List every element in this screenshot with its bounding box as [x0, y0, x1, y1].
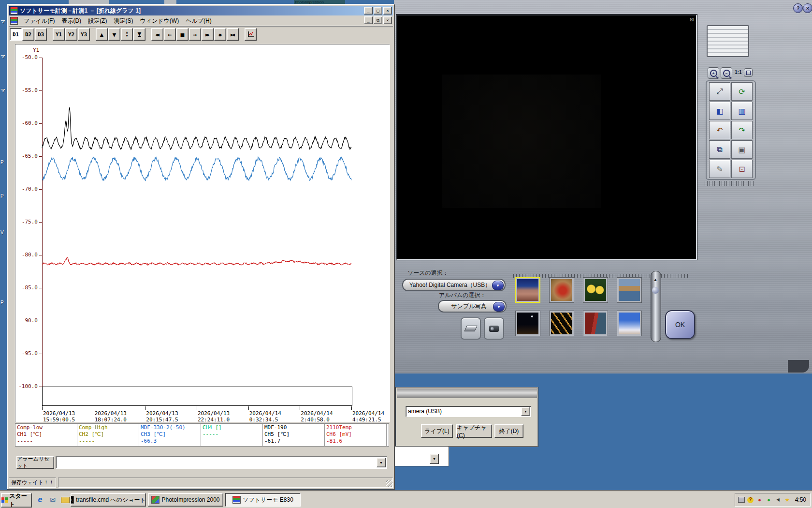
effects-tool-button[interactable]: ✎	[709, 160, 730, 178]
data-select-button-d1[interactable]: D1	[10, 28, 22, 41]
step-forward-button[interactable]: →	[189, 28, 201, 41]
camera-source-combobox[interactable]: amera (USB) ▼	[406, 406, 531, 417]
mdi-restore-button[interactable]: ⧉	[374, 16, 382, 24]
red-status-tray-icon[interactable]: ●	[756, 496, 763, 503]
fit-view-button[interactable]	[744, 68, 753, 77]
thumbnail-harbor-town[interactable]	[617, 277, 642, 303]
rotate-tool-button[interactable]: ⟳	[731, 82, 753, 101]
quicklaunch-ie-icon[interactable]: e	[35, 494, 45, 506]
scroll-range-box[interactable]	[42, 387, 352, 406]
desktop-icon-label[interactable]: V	[0, 230, 4, 235]
zoom-in-button[interactable]: +	[708, 67, 719, 79]
desktop-icon-label[interactable]: マ	[0, 18, 5, 25]
desktop-icon-label[interactable]: P	[0, 194, 4, 199]
menu-ヘルプ[interactable]: ヘルプ(H)	[182, 16, 215, 26]
scanner-source-button[interactable]	[461, 317, 481, 340]
alarm-combobox[interactable]: ▼	[56, 456, 387, 469]
volume-tray-icon[interactable]: ◀)	[775, 496, 782, 503]
quicklaunch-mail-icon[interactable]: ✉	[47, 494, 58, 506]
axis-select-button-y1[interactable]: Y1	[53, 28, 65, 41]
chevron-down-icon[interactable]: ▼	[492, 281, 504, 290]
exit-button[interactable]: 終了(D)	[494, 424, 523, 438]
thumbnail-yellow-flowers[interactable]	[583, 277, 608, 303]
desktop-icon-label[interactable]: マ	[0, 87, 5, 94]
thumbnail-rock-spires[interactable]	[515, 277, 540, 303]
step-back-button[interactable]: ←	[164, 28, 176, 41]
paste-tool-button[interactable]: ▣	[731, 140, 753, 159]
capture-dialog-titlebar[interactable]	[397, 388, 537, 398]
start-button[interactable]: スタート	[1, 493, 32, 508]
zoom-ratio-label[interactable]: 1:1	[735, 70, 741, 75]
taskbar-task-thermo[interactable]: ソフトサーモ E830	[225, 493, 301, 507]
scroll-bottom-button[interactable]: ▼	[133, 28, 145, 41]
taskbar-task-cmd[interactable]: C:\transfile.cmd へのショート...	[71, 493, 146, 507]
desktop-icon-label[interactable]: P	[0, 160, 4, 165]
axis-select-button-y3[interactable]: Y3	[78, 28, 90, 41]
thumbnail-sky-clouds[interactable]	[617, 311, 642, 336]
fast-rewind-button[interactable]: ◀◀	[151, 28, 163, 41]
thumbnail-lighthouse-ship[interactable]	[583, 311, 608, 336]
stop-button[interactable]: ■	[176, 28, 188, 41]
quicklaunch-folder-icon[interactable]	[60, 494, 71, 506]
resize-grip[interactable]	[386, 480, 392, 487]
green-status-tray-icon[interactable]: ●	[766, 496, 772, 503]
menu-ファイル[interactable]: ファイル(F)	[20, 16, 58, 26]
scroll-up-icon[interactable]: ▲	[652, 277, 659, 285]
copy-tool-button[interactable]: ⧉	[709, 140, 730, 159]
printer-tray-icon[interactable]	[738, 496, 745, 503]
chevron-down-icon[interactable]: ▼	[377, 458, 386, 467]
maximize-button[interactable]: □	[374, 7, 382, 15]
desktop-icon-label[interactable]: P	[0, 300, 4, 305]
flip-horizontal-tool-button[interactable]: ◧	[709, 102, 730, 120]
thumbnail-night-city[interactable]	[515, 311, 540, 336]
ok-button[interactable]: OK	[665, 310, 695, 339]
mdi-close-button[interactable]: ×	[383, 16, 392, 24]
undo-tool-button[interactable]: ↶	[709, 121, 730, 139]
flip-vertical-tool-button[interactable]: ▥	[731, 102, 753, 120]
titlebar[interactable]: ソフトサーモ計測－計測1 － [折れ線グラフ 1] _ □ ×	[9, 6, 393, 15]
camera-source-button[interactable]	[484, 317, 504, 340]
redo-tool-button[interactable]: ↷	[731, 121, 753, 139]
data-select-button-d2[interactable]: D2	[22, 28, 34, 41]
close-button[interactable]: ×	[383, 7, 392, 15]
shrink-range-button[interactable]: ▶◀	[227, 28, 239, 41]
menu-ウィンドウ[interactable]: ウィンドウ(W)	[136, 16, 182, 26]
album-select-dropdown[interactable]: サンプル写真 ▼	[438, 300, 507, 313]
axis-select-button-y2[interactable]: Y2	[65, 28, 77, 41]
chevron-down-icon[interactable]: ▼	[521, 407, 530, 416]
thumbnail-cardinal-bird[interactable]	[549, 277, 574, 303]
menu-測定[interactable]: 測定(S)	[110, 16, 136, 26]
help-button[interactable]: ?	[793, 3, 803, 13]
chevron-down-icon[interactable]: ▼	[430, 454, 439, 464]
scroll-updown-button[interactable]: ▲▼	[121, 28, 133, 41]
update-question-tray-icon[interactable]: ?	[747, 496, 754, 503]
chevron-down-icon[interactable]: ▼	[493, 302, 505, 312]
scroll-down-button[interactable]: ▼	[108, 28, 120, 41]
scrollbar-thumb[interactable]	[652, 287, 659, 294]
zoom-out-button[interactable]: −	[721, 67, 732, 79]
source-select-dropdown[interactable]: Yahoo! Digital Camera（USB） ▼	[402, 279, 506, 291]
resize-tool-button[interactable]: ⤢	[709, 82, 730, 101]
expand-range-button[interactable]: ◀▶	[214, 28, 226, 41]
menu-表示[interactable]: 表示(D)	[58, 16, 85, 26]
star-tray-icon[interactable]: ★	[784, 496, 791, 503]
thumbnail-fiber-optic-lights[interactable]	[549, 311, 574, 336]
scroll-up-button[interactable]: ▲	[96, 28, 108, 41]
live-button[interactable]: ライブ(L)	[421, 424, 453, 438]
data-select-button-d3[interactable]: D3	[35, 28, 47, 41]
capture-button[interactable]: キャプチャ(C)	[456, 424, 492, 438]
thumbnail-scrollbar[interactable]: ▲	[651, 271, 661, 342]
menu-設定[interactable]: 設定(Z)	[85, 16, 110, 26]
fast-forward-button[interactable]: ▶▶	[202, 28, 214, 41]
taskbar-task-pi[interactable]: PhotoImpression 2000	[148, 493, 223, 507]
mdi-minimize-button[interactable]: _	[364, 16, 373, 24]
alarm-reset-button[interactable]: アラームリセット	[16, 456, 54, 469]
desktop-icon-label[interactable]: マ	[0, 53, 5, 60]
minimize-button[interactable]: _	[364, 7, 373, 15]
graph-tool-button[interactable]	[245, 28, 257, 41]
frame-tool-button[interactable]: ⊡	[731, 160, 753, 178]
channel-cell-ch2: Comp-HighCH2 [℃]-----	[77, 424, 139, 446]
preview-close-icon[interactable]: ⊠	[690, 17, 694, 22]
tool-slider-track[interactable]	[705, 181, 755, 186]
close-button[interactable]: ×	[803, 3, 812, 13]
